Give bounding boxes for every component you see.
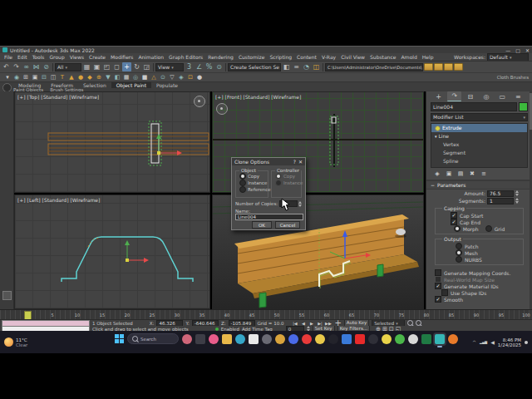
view-cube[interactable] — [194, 96, 205, 107]
y-coordinate-field[interactable]: -640.646 — [192, 320, 219, 326]
youtube-icon[interactable] — [355, 334, 365, 344]
view-cube[interactable] — [216, 103, 228, 115]
radio-row[interactable]: NURBS — [436, 256, 523, 263]
radio-icon[interactable] — [239, 173, 246, 180]
start-button[interactable] — [115, 334, 124, 343]
toolbar2-icon[interactable]: ▽ — [168, 73, 176, 81]
toolbar2-icon[interactable]: ◧ — [113, 73, 121, 81]
toolbar2-icon[interactable]: ■ — [140, 73, 149, 81]
timeline-tick[interactable]: 95 — [493, 313, 510, 318]
align-icon[interactable]: ≡ — [292, 62, 301, 71]
timeline-tick[interactable]: 75 — [393, 313, 410, 318]
timeline-tick[interactable]: 70 — [368, 313, 385, 318]
menu-item[interactable]: Tools — [30, 53, 47, 61]
stack-item-vertex[interactable]: Vertex — [431, 140, 527, 149]
play-button[interactable]: ▶ — [308, 321, 315, 326]
menu-item[interactable]: Help — [420, 53, 436, 61]
top-viewport-label[interactable]: [+] [Top] [Standard] [Wireframe] — [17, 94, 99, 100]
display-tab[interactable]: ▭ — [495, 92, 510, 101]
toolbar2-icon[interactable]: T — [58, 73, 66, 81]
menu-item[interactable]: Substance — [367, 53, 398, 61]
checkbox-cap-start[interactable]: ✓Cap Start — [436, 212, 523, 219]
menu-item[interactable]: Content — [294, 53, 319, 61]
radio-row[interactable]: Patch — [436, 243, 523, 249]
ribbon-tab-object-paint[interactable]: Object Paint — [111, 82, 151, 88]
select-and-move-icon[interactable]: + — [122, 62, 131, 71]
folder-icon[interactable] — [444, 63, 453, 71]
chrome-icon[interactable] — [382, 334, 392, 344]
create-tab[interactable]: + — [431, 92, 446, 101]
z-coordinate-field[interactable]: -105.849 — [229, 320, 255, 326]
menu-item[interactable]: Edit — [15, 53, 30, 61]
menu-item[interactable]: Arnold — [398, 53, 419, 61]
taskbar-app-icon[interactable] — [288, 334, 298, 344]
folder-icon[interactable] — [424, 63, 433, 71]
edge-icon[interactable] — [235, 334, 245, 344]
toolbar2-icon[interactable]: ● — [195, 73, 204, 81]
checkbox-generate-material-ids[interactable]: ✓Generate Material IDs — [426, 283, 532, 289]
left-viewport-label[interactable]: [+] [Left] [Standard] [Wireframe] — [17, 197, 100, 203]
angle-snap-icon[interactable]: ∠ — [195, 62, 204, 71]
named-selection-set-field[interactable]: Create Selection Se — [228, 63, 281, 71]
previous-frame-button[interactable]: ◀ — [299, 321, 307, 326]
taskbar-app-icon[interactable] — [275, 334, 285, 344]
unlink-icon[interactable]: ⋈ — [32, 62, 41, 71]
search-box[interactable]: Search — [127, 333, 179, 344]
parameters-header[interactable]: − Parameters — [426, 180, 532, 190]
toolbar2-icon[interactable]: ◫ — [49, 73, 57, 81]
cancel-button[interactable]: Cancel — [275, 221, 300, 229]
folder-icon[interactable] — [434, 63, 443, 71]
toolbar2-icon[interactable]: ⊞ — [22, 73, 30, 81]
next-frame-button[interactable]: ▶| — [316, 321, 323, 326]
toolbar2-icon[interactable]: ▼ — [104, 73, 112, 81]
radio-icon[interactable] — [456, 243, 462, 249]
chrome-icon[interactable] — [315, 334, 325, 344]
volume-icon[interactable]: ◀ — [490, 339, 495, 345]
render-setup-icon[interactable]: ◫ — [312, 62, 321, 71]
weather-widget[interactable]: 11°C Clear — [4, 337, 27, 347]
key-selection-dropdown[interactable]: Selected▾ — [372, 320, 405, 326]
help-icon[interactable]: ? — [293, 159, 296, 165]
3ds-max-icon[interactable] — [435, 334, 445, 344]
menu-item[interactable]: Modifiers — [108, 53, 135, 61]
stack-item-segment[interactable]: Segment — [431, 149, 527, 157]
mirror-icon[interactable]: ◧ — [282, 62, 291, 71]
object-name-field[interactable]: Line004 — [431, 102, 517, 111]
file-explorer-icon[interactable] — [222, 334, 232, 344]
minimize-button[interactable]: — — [505, 47, 510, 53]
stack-item-extrude[interactable]: Extrude — [431, 124, 527, 132]
notification-icon[interactable] — [525, 341, 528, 344]
timeline-tick[interactable]: 55 — [293, 313, 310, 318]
toolbar2-icon[interactable]: ● — [76, 73, 85, 81]
toolbar2-icon[interactable]: △ — [150, 73, 158, 81]
hierarchy-tab[interactable]: ⊟ — [463, 92, 477, 101]
menu-item[interactable]: Group — [47, 53, 66, 61]
make-unique-icon[interactable]: ▤ — [456, 170, 465, 178]
modify-tab[interactable]: ↷ — [447, 91, 461, 101]
selection-filter-dropdown[interactable]: All▾ — [55, 63, 81, 71]
front-viewport-label[interactable]: [+] [Front] [Standard] [Wireframe] — [215, 94, 301, 100]
radio-nurbs[interactable]: NURBS — [456, 256, 482, 263]
left-viewport[interactable]: [+] [Left] [Standard] [Wireframe] — [14, 195, 210, 309]
timeline-tick[interactable]: 100 — [518, 313, 532, 318]
select-and-scale-icon[interactable]: ◲ — [142, 62, 151, 71]
ok-button[interactable]: OK — [252, 221, 272, 229]
copies-spinner[interactable] — [298, 201, 302, 207]
dialog-title-bar[interactable]: Clone Options ? ✕ — [232, 158, 305, 165]
timeline-tick[interactable]: 20 — [119, 313, 135, 318]
timeline-tick[interactable]: 5 — [44, 313, 61, 318]
checkbox-icon[interactable]: ✓ — [435, 283, 441, 289]
excel-icon[interactable] — [421, 334, 431, 344]
radio-icon[interactable] — [454, 225, 461, 232]
taskbar-app-icon[interactable] — [209, 334, 219, 344]
maximize-button[interactable]: ▢ — [515, 47, 520, 53]
checkbox-generate-mapping-coords-[interactable]: Generate Mapping Coords. — [426, 269, 532, 276]
ribbon-tab-populate[interactable]: Populate — [151, 82, 183, 88]
timeline-tick[interactable]: 45 — [244, 313, 260, 318]
radio-grid[interactable]: Grid — [485, 225, 505, 232]
menu-item[interactable]: File — [2, 53, 15, 61]
stack-item-line[interactable]: ▾Line — [431, 132, 527, 140]
reference-coordinate-dropdown[interactable]: View▾ — [155, 63, 184, 71]
close-button[interactable]: ✕ — [525, 47, 530, 53]
redo-icon[interactable]: ↷ — [12, 62, 21, 71]
